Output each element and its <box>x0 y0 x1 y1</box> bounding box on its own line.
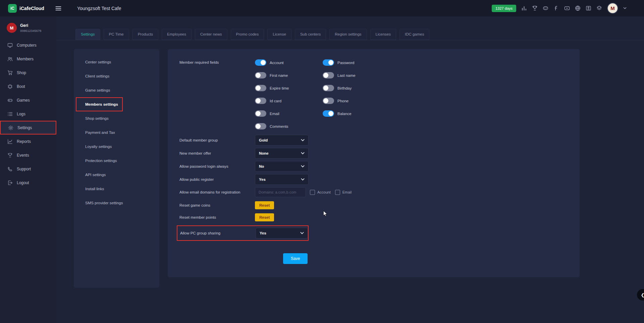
cafe-title: Youngzsoft Test Cafe <box>77 6 121 11</box>
field-label: Allow password login always <box>179 164 252 168</box>
new-member-offer-select[interactable]: None <box>255 148 309 159</box>
save-button[interactable]: Save <box>283 253 308 264</box>
phone-toggle[interactable] <box>323 98 334 104</box>
allow-public-register-row: Allow public register Yes <box>179 174 580 185</box>
submenu-api-settings[interactable]: API settings <box>74 168 159 182</box>
tab-products[interactable]: Products <box>132 29 158 40</box>
topbar: iC iCafeCloud Youngzsoft Test Cafe 1327 … <box>0 0 644 16</box>
sidebar-item-computers[interactable]: Computers <box>0 38 56 52</box>
passport-icon[interactable] <box>586 5 591 11</box>
days-badge: 1327 days <box>492 5 516 12</box>
chart-icon <box>7 139 13 144</box>
chip-icon <box>7 84 13 89</box>
sidebar-item-boot[interactable]: Boot <box>0 79 56 93</box>
stats-icon[interactable] <box>521 5 527 11</box>
layers-icon[interactable] <box>596 5 602 11</box>
trophy-icon <box>7 153 13 158</box>
tab-licenses[interactable]: Licenses <box>370 29 396 40</box>
chevron-down-icon[interactable] <box>623 7 627 9</box>
discord-icon[interactable] <box>543 5 548 11</box>
sidebar-item-shop[interactable]: Shop <box>0 66 56 79</box>
sidebar-item-members[interactable]: Members <box>0 52 56 66</box>
members-settings-panel: Member required fields Account Password … <box>168 49 580 277</box>
allow-pc-group-sharing-row: Allow PC group sharing Yes <box>177 225 309 241</box>
select-value: Yes <box>260 231 266 235</box>
list-icon <box>7 111 13 117</box>
last-name-toggle[interactable] <box>323 72 334 78</box>
edge-collapse-button[interactable]: ❮ <box>637 289 644 301</box>
reset-game-coins-button[interactable]: Reset <box>255 201 274 209</box>
tab-promo-codes[interactable]: Promo codes <box>231 29 264 40</box>
allow-pc-group-sharing-select[interactable]: Yes <box>256 228 308 238</box>
sidebar-item-games[interactable]: Games <box>0 93 56 107</box>
sidebar-item-label: Events <box>17 153 29 158</box>
reset-member-points-row: Reset member points Reset <box>179 213 580 221</box>
allow-public-register-select[interactable]: Yes <box>255 174 309 185</box>
logo[interactable]: iC iCafeCloud <box>0 4 50 13</box>
tab-center-news[interactable]: Center news <box>195 29 227 40</box>
balance-toggle[interactable] <box>323 110 334 117</box>
trophy-icon[interactable] <box>532 5 538 11</box>
sidebar-item-settings[interactable]: Settings <box>0 121 56 134</box>
submenu-game-settings[interactable]: Game settings <box>74 83 159 97</box>
account-toggle[interactable] <box>255 59 266 66</box>
sidebar-item-label: Reports <box>17 139 31 144</box>
submenu-shop-settings[interactable]: Shop settings <box>74 111 159 125</box>
submenu-center-settings[interactable]: Center settings <box>74 55 159 69</box>
sidebar-item-logout[interactable]: Logout <box>0 176 56 190</box>
submenu-loyalty-settings[interactable]: Loyalty settings <box>74 140 159 154</box>
sidebar: M Geri 008612345678 Computers Members Sh… <box>0 16 56 323</box>
submenu-install-links[interactable]: Install links <box>74 182 159 196</box>
youtube-icon[interactable] <box>564 5 570 11</box>
submenu-client-settings[interactable]: Client settings <box>74 69 159 83</box>
tab-employees[interactable]: Employees <box>162 29 192 40</box>
tab-sub-centers[interactable]: Sub centers <box>295 29 326 40</box>
toggle-label: Expire time <box>270 86 289 90</box>
users-icon <box>7 56 13 62</box>
password-toggle[interactable] <box>323 59 334 66</box>
tabs-bar: Settings PC Time Products Employees Cent… <box>56 16 644 40</box>
facebook-icon[interactable] <box>553 5 559 11</box>
default-member-group-select[interactable]: Gold <box>255 135 309 146</box>
submenu-sms-provider-settings[interactable]: SMS provider settings <box>74 196 159 210</box>
birthday-toggle[interactable] <box>323 85 334 91</box>
email-toggle[interactable] <box>255 110 266 117</box>
toggle-label: Account <box>270 61 284 65</box>
submenu-protection-settings[interactable]: Protection settings <box>74 154 159 168</box>
first-name-toggle[interactable] <box>255 72 266 78</box>
user-id: 008612345678 <box>20 29 41 33</box>
id-card-toggle[interactable] <box>255 98 266 104</box>
sidebar-item-support[interactable]: Support <box>0 162 56 176</box>
sidebar-item-reports[interactable]: Reports <box>0 134 56 148</box>
email-domains-input[interactable] <box>255 187 306 197</box>
chevron-down-icon <box>301 165 305 168</box>
reset-member-points-button[interactable]: Reset <box>255 213 274 221</box>
user-name: Geri <box>20 23 41 28</box>
comments-toggle[interactable] <box>255 123 266 129</box>
submenu-payment-and-tax[interactable]: Payment and Tax <box>74 125 159 140</box>
field-label: Allow PC group sharing <box>180 231 253 235</box>
select-value: Yes <box>259 177 266 181</box>
allow-password-login-select[interactable]: No <box>255 161 309 172</box>
field-label: New member offer <box>179 151 252 155</box>
tab-idc-games[interactable]: IDC games <box>399 29 430 40</box>
toggle-label: Password <box>337 61 355 65</box>
email-checkbox[interactable] <box>335 190 340 195</box>
sidebar-item-logs[interactable]: Logs <box>0 107 56 121</box>
checkbox-label: Account <box>317 190 331 194</box>
account-avatar[interactable]: M <box>607 3 618 14</box>
tab-pc-time[interactable]: PC Time <box>104 29 129 40</box>
logout-icon <box>7 180 13 185</box>
submenu-members-settings[interactable]: Members settings <box>76 97 123 111</box>
hamburger-menu-icon[interactable] <box>55 5 62 12</box>
sidebar-item-events[interactable]: Events <box>0 148 56 162</box>
expire-time-toggle[interactable] <box>255 85 266 91</box>
sidebar-item-label: Settings <box>17 125 32 130</box>
select-value: No <box>259 164 264 168</box>
account-checkbox[interactable] <box>310 190 315 195</box>
tab-settings[interactable]: Settings <box>75 29 100 40</box>
settings-submenu: Center settings Client settings Game set… <box>74 49 159 288</box>
tab-region-settings[interactable]: Region settings <box>329 29 367 40</box>
tab-license[interactable]: License <box>267 29 291 40</box>
globe-icon[interactable] <box>575 5 581 11</box>
